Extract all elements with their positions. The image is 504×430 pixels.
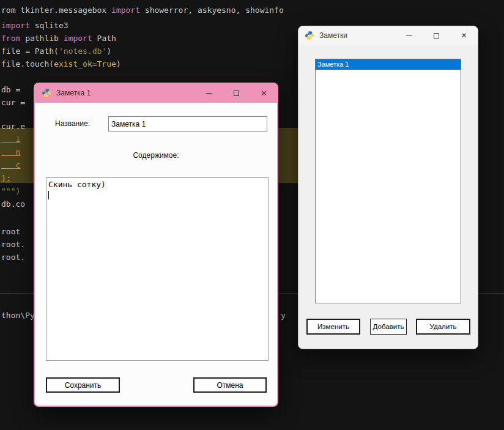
note-title-input[interactable]	[108, 116, 267, 132]
code-line: cur.e	[1, 120, 25, 133]
code-line: db.co	[1, 198, 25, 210]
terminal-output-fragment: y	[281, 309, 286, 322]
code-line: import sqlite3	[1, 19, 69, 32]
minimize-button[interactable]	[395, 26, 423, 45]
code-line: file.touch(exist_ok=True)	[1, 57, 121, 70]
maximize-icon	[234, 91, 239, 96]
code-line: n	[1, 146, 20, 158]
maximize-button[interactable]	[423, 26, 450, 45]
textarea-line: Скинь сотку)	[48, 179, 266, 190]
content-label: Содержимое:	[35, 151, 277, 160]
code-line: db =	[1, 83, 25, 96]
note-content-textarea[interactable]: Скинь сотку)	[46, 177, 269, 361]
notes-window-title: Заметки	[319, 31, 347, 40]
notes-window: Заметки ✕ Заметка 1 Изменить Добавить Уд…	[298, 26, 478, 349]
note-dialog-title: Заметка 1	[56, 89, 91, 97]
code-line: i	[1, 133, 20, 146]
minimize-button[interactable]	[195, 83, 223, 103]
code-line: ):	[1, 172, 11, 185]
window-controls: ✕	[395, 26, 478, 45]
python-icon	[305, 31, 314, 40]
minimize-icon	[206, 93, 212, 94]
code-line: rom tkinter.messagebox import showerror,…	[1, 4, 284, 17]
notes-listbox[interactable]: Заметка 1	[315, 59, 461, 303]
code-line: from pathlib import Path	[1, 32, 116, 45]
name-label: Название:	[55, 119, 90, 128]
code-line: root	[1, 225, 20, 238]
cancel-button[interactable]: Отмена	[193, 377, 267, 393]
code-line: root.	[1, 238, 25, 251]
close-icon: ✕	[461, 31, 467, 40]
code-line: c	[1, 158, 20, 171]
note-list-item[interactable]: Заметка 1	[316, 59, 461, 70]
code-line: root.	[1, 251, 25, 264]
python-icon	[42, 88, 51, 98]
delete-note-button[interactable]: Удалить	[416, 319, 470, 335]
textarea-line	[48, 190, 266, 200]
maximize-icon	[434, 33, 439, 39]
code-line: cur =	[1, 96, 30, 109]
maximize-button[interactable]	[223, 83, 250, 103]
window-controls: ✕	[195, 83, 278, 103]
add-note-button[interactable]: Добавить	[370, 319, 407, 335]
text-cursor	[48, 191, 49, 199]
notes-window-titlebar[interactable]: Заметки ✕	[298, 26, 478, 45]
note-content-text: Скинь сотку)	[48, 180, 106, 189]
minimize-icon	[406, 35, 412, 36]
code-line: """)	[1, 185, 20, 198]
note-dialog-titlebar[interactable]: Заметка 1 ✕	[34, 83, 278, 103]
close-icon: ✕	[261, 89, 267, 98]
edit-note-button[interactable]: Изменить	[306, 319, 360, 335]
code-line: file = Path('notes.db')	[1, 45, 111, 57]
note-edit-dialog: Заметка 1 ✕ Название: Содержимое: Скинь …	[34, 83, 278, 407]
save-button[interactable]: Сохранить	[46, 377, 120, 393]
close-button[interactable]: ✕	[250, 83, 278, 103]
desktop: rom tkinter.messagebox import showerror,…	[0, 0, 504, 430]
close-button[interactable]: ✕	[450, 26, 478, 45]
